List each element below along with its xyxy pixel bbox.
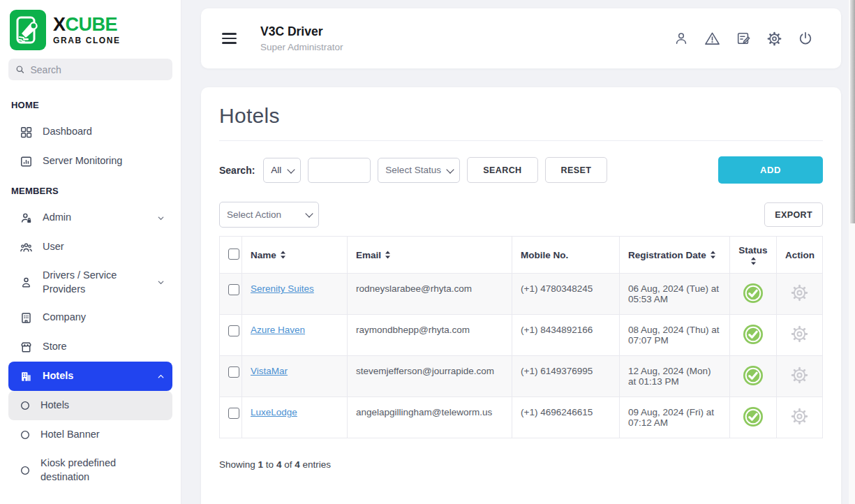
search-field-select[interactable]: All — [263, 158, 301, 183]
sidebar-item-label: User — [43, 240, 165, 254]
topbar-icons — [674, 31, 813, 47]
sidebar-item-admin[interactable]: Admin — [8, 203, 172, 232]
server-monitoring-icon — [20, 155, 33, 168]
sidebar-item-server-monitoring[interactable]: Server Monitoring — [8, 147, 172, 176]
sidebar-subitem-hotels[interactable]: Hotels — [8, 391, 172, 420]
power-icon[interactable] — [798, 31, 813, 46]
column-header-email[interactable]: Email — [348, 237, 512, 274]
sidebar-item-drivers[interactable]: Drivers / Service Providers — [8, 262, 172, 303]
sidebar-subitem-label: Hotel Banner — [40, 428, 165, 442]
report-icon[interactable] — [736, 31, 751, 46]
sidebar-subitem-label: Kiosk predefined destination — [40, 457, 165, 484]
sidebar-item-label: Server Monitoring — [43, 154, 165, 168]
row-checkbox[interactable] — [228, 284, 239, 295]
sidebar-item-dashboard[interactable]: Dashboard — [8, 117, 172, 147]
scrollbar-thumb[interactable] — [850, 0, 855, 223]
row-registration-date: 12 Aug, 2024 (Mon) at 01:13 PM — [620, 356, 730, 397]
store-icon — [20, 341, 33, 354]
row-action-gear-icon[interactable] — [790, 325, 809, 343]
sidebar-subitem-label: Hotels — [40, 399, 165, 413]
row-checkbox[interactable] — [228, 366, 239, 378]
status-active-icon — [743, 365, 764, 386]
row-email: stevemjefferson@jourrapide.com — [348, 356, 512, 397]
menu-toggle-icon[interactable] — [222, 33, 237, 44]
settings-icon[interactable] — [766, 31, 782, 47]
search-icon — [15, 64, 25, 75]
row-action-gear-icon[interactable] — [790, 283, 809, 302]
chevron-up-icon — [156, 372, 165, 381]
add-button[interactable]: ADD — [718, 156, 823, 184]
bulk-action-select[interactable]: Select Action — [219, 202, 319, 228]
row-registration-date: 06 Aug, 2024 (Tue) at 05:53 AM — [620, 274, 730, 315]
column-header-mobile: Mobile No. — [512, 237, 620, 274]
row-mobile: (+1) 6149376995 — [512, 356, 620, 397]
chevron-down-icon — [156, 214, 165, 223]
page-title: Hotels — [219, 101, 823, 140]
brand[interactable]: XCUBE GRAB CLONE — [8, 8, 172, 59]
company-icon — [20, 311, 33, 325]
sort-icon — [280, 251, 286, 259]
content-panel: Hotels Search: All Select Status SEARCH … — [201, 87, 841, 504]
column-header-status[interactable]: Status — [730, 237, 777, 274]
table-summary: Showing 1 to 4 of 4 entries — [219, 459, 823, 470]
table-header-row: Name Email Mobile No. Registration Date … — [220, 237, 823, 274]
row-checkbox[interactable] — [228, 408, 239, 419]
row-mobile: (+1) 4780348245 — [512, 274, 620, 315]
search-keyword-input[interactable] — [308, 158, 371, 183]
row-email: raymondbhepp@rhyta.com — [348, 315, 512, 356]
sidebar-item-label: Hotels — [43, 369, 147, 383]
table-row: VistaMar stevemjefferson@jourrapide.com … — [220, 356, 823, 397]
driver-icon — [20, 276, 33, 289]
sidebar-subitem-kiosk-destination[interactable]: Kiosk predefined destination — [8, 450, 172, 491]
hotel-icon — [20, 370, 33, 383]
reset-button[interactable]: RESET — [545, 157, 608, 183]
table-row: LuxeLodge angelapgillingham@teleworm.us … — [220, 397, 823, 438]
dashboard-icon — [20, 126, 33, 139]
sidebar-search-input[interactable] — [31, 64, 166, 75]
row-name-link[interactable]: LuxeLodge — [251, 407, 297, 417]
table-row: Serenity Suites rodneyslarabee@rhyta.com… — [220, 274, 823, 315]
row-name-link[interactable]: Serenity Suites — [251, 283, 314, 294]
sidebar-subitem-hotel-banner[interactable]: Hotel Banner — [8, 420, 172, 450]
row-action-gear-icon[interactable] — [790, 366, 809, 385]
admin-icon — [20, 212, 33, 225]
column-header-name[interactable]: Name — [242, 237, 348, 274]
status-select-wrap: Select Status — [378, 158, 460, 183]
row-name-link[interactable]: VistaMar — [251, 366, 288, 376]
bulk-action-select-wrap: Select Action — [219, 202, 319, 228]
sidebar-item-store[interactable]: Store — [8, 332, 172, 362]
sidebar: XCUBE GRAB CLONE HOME Dashboard Server M… — [0, 0, 181, 504]
row-email: angelapgillingham@teleworm.us — [348, 397, 512, 438]
row-name-link[interactable]: Azure Haven — [251, 325, 305, 335]
export-button[interactable]: EXPORT — [764, 202, 823, 227]
action-row: Select Action EXPORT — [219, 202, 823, 228]
select-all-checkbox[interactable] — [228, 249, 239, 260]
brand-name: XCUBE — [53, 15, 121, 34]
row-checkbox[interactable] — [228, 325, 239, 336]
sort-icon — [710, 251, 716, 259]
sort-icon — [750, 257, 757, 265]
status-active-icon — [743, 406, 764, 427]
radio-circle-icon — [20, 465, 31, 476]
row-registration-date: 09 Aug, 2024 (Fri) at 07:12 AM — [620, 397, 730, 438]
search-button[interactable]: SEARCH — [467, 157, 537, 183]
column-header-registration-date[interactable]: Registration Date — [620, 237, 730, 274]
row-action-gear-icon[interactable] — [790, 407, 809, 426]
profile-icon[interactable] — [674, 31, 689, 46]
sidebar-search[interactable] — [8, 59, 172, 80]
brand-tagline: GRAB CLONE — [53, 36, 121, 45]
page-scrollbar[interactable] — [849, 0, 855, 504]
sidebar-item-user[interactable]: User — [8, 232, 172, 262]
radio-circle-icon — [20, 429, 31, 440]
status-active-icon — [743, 324, 764, 345]
status-select[interactable]: Select Status — [378, 158, 460, 183]
chevron-down-icon — [156, 278, 165, 287]
sidebar-item-label: Company — [43, 311, 165, 325]
alert-icon[interactable] — [704, 31, 720, 47]
sidebar-item-company[interactable]: Company — [8, 303, 172, 332]
row-email: rodneyslarabee@rhyta.com — [348, 274, 512, 315]
app-title: V3C Driver — [260, 24, 343, 39]
brand-logo-icon — [10, 10, 46, 50]
divider — [219, 140, 823, 141]
sidebar-item-hotels[interactable]: Hotels — [8, 362, 172, 391]
